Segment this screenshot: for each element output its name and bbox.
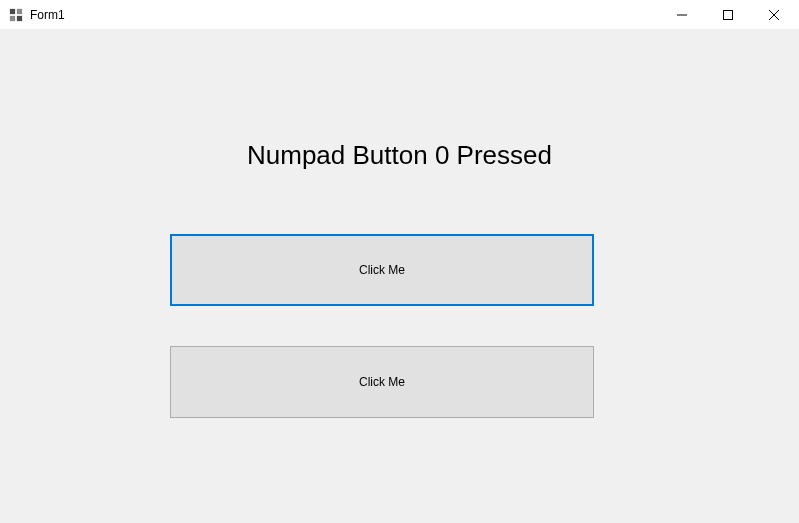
maximize-button[interactable] bbox=[705, 0, 751, 29]
click-me-button-2[interactable]: Click Me bbox=[170, 346, 594, 418]
svg-rect-5 bbox=[724, 10, 733, 19]
status-label: Numpad Button 0 Pressed bbox=[0, 140, 799, 171]
window-title: Form1 bbox=[30, 8, 659, 22]
window-controls bbox=[659, 0, 797, 29]
svg-rect-3 bbox=[17, 15, 22, 20]
close-button[interactable] bbox=[751, 0, 797, 29]
minimize-button[interactable] bbox=[659, 0, 705, 29]
titlebar: Form1 bbox=[0, 0, 799, 30]
app-icon bbox=[8, 7, 24, 23]
client-area: Numpad Button 0 Pressed Click Me Click M… bbox=[0, 30, 799, 523]
click-me-button-1[interactable]: Click Me bbox=[170, 234, 594, 306]
svg-rect-1 bbox=[17, 8, 22, 13]
svg-rect-0 bbox=[10, 8, 15, 13]
svg-rect-2 bbox=[10, 15, 15, 20]
